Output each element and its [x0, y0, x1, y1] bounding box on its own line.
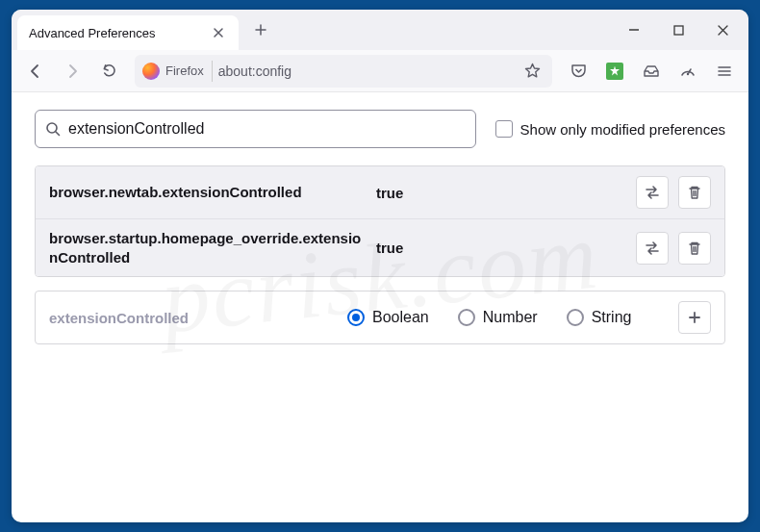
minimize-button[interactable] [612, 11, 656, 49]
url-text: about:config [218, 63, 514, 79]
radio-label: Boolean [372, 309, 429, 326]
menu-button[interactable] [708, 55, 741, 88]
inbox-icon [643, 63, 660, 80]
search-icon [45, 121, 61, 137]
pocket-button[interactable] [562, 55, 595, 88]
gauge-icon [679, 63, 697, 80]
close-icon [213, 27, 224, 38]
radio-number[interactable]: Number [458, 309, 538, 326]
radio-icon [458, 309, 475, 326]
search-input[interactable] [68, 120, 466, 138]
trash-icon [687, 185, 702, 200]
svg-rect-0 [674, 26, 683, 35]
pref-row[interactable]: browser.newtab.extensionControlled true [36, 166, 724, 219]
checkbox-label: Show only modified preferences [520, 121, 725, 138]
toggle-button[interactable] [636, 176, 669, 209]
extension-icon [606, 63, 623, 80]
modified-only-checkbox[interactable]: Show only modified preferences [495, 120, 725, 138]
arrow-left-icon [27, 63, 44, 80]
trash-icon [687, 241, 702, 256]
plus-icon [254, 23, 267, 37]
window-close-button[interactable] [700, 11, 745, 49]
new-pref-name: extensionControlled [49, 310, 338, 326]
tab-title: Advanced Preferences [29, 26, 202, 40]
radio-icon [347, 309, 365, 326]
plus-icon [687, 310, 702, 325]
url-bar[interactable]: Firefox about:config [135, 55, 552, 88]
new-tab-button[interactable] [246, 15, 275, 44]
prefs-list: browser.newtab.extensionControlled true … [35, 165, 725, 277]
close-tab-button[interactable] [210, 24, 227, 41]
delete-button[interactable] [678, 176, 711, 209]
pref-name: browser.newtab.extensionControlled [49, 183, 367, 202]
add-pref-button[interactable] [678, 301, 711, 334]
search-row: Show only modified preferences [35, 110, 725, 148]
star-icon [524, 63, 541, 79]
identity-label: Firefox [165, 63, 204, 78]
svg-point-1 [687, 72, 689, 74]
radio-boolean[interactable]: Boolean [347, 309, 429, 326]
titlebar: Advanced Preferences [12, 10, 748, 50]
config-content: Show only modified preferences browser.n… [12, 92, 748, 522]
close-icon [717, 24, 729, 37]
minimize-icon [628, 24, 640, 36]
toggle-button[interactable] [636, 232, 669, 265]
new-pref-row: extensionControlled Boolean Number Strin… [35, 291, 725, 344]
browser-tab[interactable]: Advanced Preferences [17, 15, 239, 50]
pref-row[interactable]: browser.startup.homepage_override.extens… [36, 219, 724, 276]
navigation-toolbar: Firefox about:config [12, 50, 748, 92]
reload-icon [101, 63, 117, 79]
window-controls [612, 11, 748, 49]
radio-icon [567, 309, 584, 326]
identity-box[interactable]: Firefox [142, 61, 213, 82]
pref-name: browser.startup.homepage_override.extens… [49, 229, 367, 266]
dashboard-button[interactable] [671, 55, 704, 88]
pref-value: true [376, 240, 626, 256]
back-button[interactable] [19, 55, 52, 88]
toggle-arrows-icon [644, 240, 661, 257]
maximize-icon [673, 25, 684, 36]
pref-value: true [376, 185, 626, 201]
forward-button[interactable] [56, 55, 89, 88]
delete-button[interactable] [678, 232, 711, 265]
radio-label: String [592, 309, 632, 326]
toggle-arrows-icon [644, 184, 661, 201]
search-box[interactable] [35, 110, 476, 148]
type-radio-group: Boolean Number String [347, 309, 669, 326]
arrow-right-icon [63, 63, 81, 80]
bookmark-button[interactable] [519, 59, 545, 84]
reload-button[interactable] [92, 55, 125, 88]
extension-button[interactable] [598, 55, 631, 88]
browser-window: Advanced Preferences [12, 10, 748, 522]
firefox-logo-icon [142, 63, 160, 80]
maximize-button[interactable] [656, 11, 700, 49]
hamburger-icon [717, 63, 732, 79]
radio-label: Number [483, 309, 538, 326]
inbox-button[interactable] [635, 55, 668, 88]
checkbox-icon [495, 120, 513, 138]
radio-string[interactable]: String [567, 309, 632, 326]
pocket-icon [570, 63, 587, 79]
